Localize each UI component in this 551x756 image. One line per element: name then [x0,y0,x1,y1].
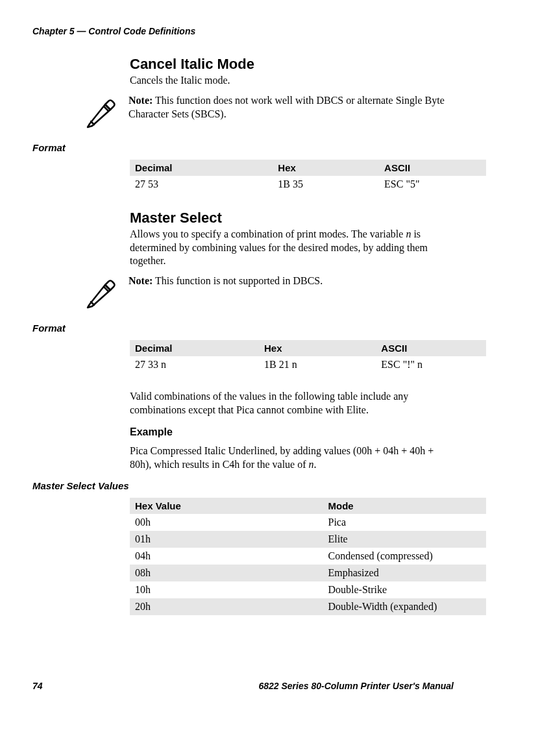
table-row: 20h Double-Width (expanded) [130,598,486,615]
example-var: n [309,459,314,470]
note-label: Note: [129,275,153,286]
footer: 74 6822 Series 80-Column Printer User's … [32,681,454,691]
td: Emphasized [323,565,487,581]
format-heading: Format [32,142,454,153]
section-desc: Allows you to specify a combination of p… [130,228,454,268]
master-select-table: Hex Value Mode 00h Pica 01h Elite 04h Co… [130,498,486,615]
example-para: Pica Compressed Italic Underlined, by ad… [130,445,454,472]
note-text: Note: This function is not supported in … [129,274,323,288]
th-ascii: ASCII [376,340,486,356]
td: 20h [130,598,323,615]
td: 27 33 n [130,356,259,373]
td: Elite [323,531,487,548]
th-decimal: Decimal [130,340,259,356]
td: 04h [130,548,323,565]
section-heading-cancel-italic: Cancel Italic Mode [130,56,454,73]
th-mode: Mode [323,498,487,514]
format-heading: Format [32,323,454,334]
th-hex: Hex [259,340,376,356]
svg-line-2 [91,302,94,305]
th-hex: Hex [273,160,379,176]
example-text: Pica Compressed Italic Underlined, by ad… [130,445,434,470]
chapter-title: Chapter 5 — Control Code Definitions [32,26,454,36]
table-row: 01h Elite [130,531,486,548]
td: ESC "!" n [376,356,486,373]
note-body: This function is not supported in DBCS. [153,275,323,286]
format-table-1: Decimal Hex ASCII 27 53 1B 35 ESC "5" [130,160,486,193]
manual-title: 6822 Series 80-Column Printer User's Man… [258,681,454,691]
svg-line-0 [91,121,94,125]
td: Pica [323,514,487,531]
example-text: . [314,459,317,470]
td: 00h [130,514,323,531]
note-body: This function does not work well with DB… [129,95,445,119]
td: 10h [130,581,323,598]
th-hex-value: Hex Value [130,498,323,514]
td: Double-Strike [323,581,487,598]
td: Double-Width (expanded) [323,598,487,615]
page-number: 74 [32,681,43,691]
section-desc: Cancels the Italic mode. [130,74,454,88]
table-row: 08h Emphasized [130,565,486,581]
table-row: 04h Condensed (compressed) [130,548,486,565]
body-para: Valid combinations of the values in the … [130,390,454,417]
table-row: 00h Pica [130,514,486,531]
note-label: Note: [129,95,153,106]
th-decimal: Decimal [130,160,273,176]
desc-text: Allows you to specify a combination of p… [130,228,406,239]
td: 27 53 [130,176,273,193]
td: 1B 21 n [259,356,376,373]
td: 08h [130,565,323,581]
table-row: 10h Double-Strike [130,581,486,598]
td: 1B 35 [273,176,379,193]
section-heading-master-select: Master Select [130,210,454,226]
format-table-2: Decimal Hex ASCII 27 33 n 1B 21 n ESC "!… [130,340,486,373]
td: Condensed (compressed) [323,548,487,565]
note-block: Note: This function is not supported in … [84,274,454,310]
note-text: Note: This function does not work well w… [129,94,454,121]
td: 01h [130,531,323,548]
td: ESC "5" [379,176,486,193]
th-ascii: ASCII [379,160,486,176]
pencil-icon [84,97,117,129]
example-heading: Example [130,426,454,438]
note-block: Note: This function does not work well w… [84,94,454,129]
master-select-values-heading: Master Select Values [32,480,454,491]
pencil-icon [84,277,117,310]
